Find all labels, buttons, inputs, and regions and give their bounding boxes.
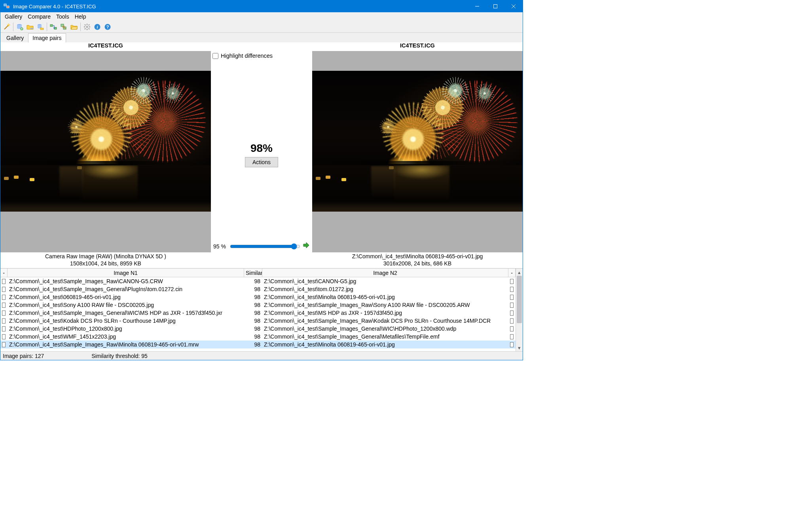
- db-folder-icon[interactable]: [36, 22, 45, 32]
- right-image-panel[interactable]: [312, 51, 523, 252]
- threshold-slider[interactable]: [230, 243, 300, 250]
- grid-scrollbar[interactable]: ▴ ▾: [516, 269, 523, 351]
- pairs-grid-area: - Image N1 Similarity Image N2 - Z:\Comm…: [0, 268, 523, 351]
- cell-similarity: 98: [244, 341, 262, 348]
- table-row[interactable]: Z:\Common\_ic4_test\060819-465-ori-v01.j…: [0, 293, 516, 301]
- scroll-track[interactable]: [516, 276, 523, 344]
- col-similarity[interactable]: Similarity: [244, 269, 262, 277]
- cell-similarity: 98: [244, 302, 262, 308]
- table-row[interactable]: Z:\Common\_ic4_test\Kodak DCS Pro SLRn -…: [0, 317, 516, 325]
- svg-point-7: [8, 24, 9, 26]
- menu-tools[interactable]: Tools: [53, 13, 72, 21]
- left-image[interactable]: [0, 71, 211, 212]
- gear-icon[interactable]: [82, 22, 92, 32]
- row-check-right[interactable]: [508, 287, 516, 292]
- svg-point-18: [86, 26, 88, 28]
- actions-button[interactable]: Actions: [245, 157, 278, 167]
- scroll-thumb[interactable]: [517, 276, 522, 323]
- scroll-up-icon[interactable]: ▴: [516, 269, 523, 276]
- cell-similarity: 98: [244, 294, 262, 300]
- info-icon[interactable]: i: [93, 22, 102, 32]
- col-mark-right[interactable]: -: [508, 269, 516, 277]
- row-check-right[interactable]: [508, 279, 516, 284]
- row-check-right[interactable]: [508, 334, 516, 339]
- row-check-right[interactable]: [508, 342, 516, 347]
- cell-image-n1: Z:\Common\_ic4_test\Sample_Images_Genera…: [8, 286, 244, 292]
- table-row[interactable]: Z:\Common\_ic4_test\Sample_Images_Raw\Mi…: [0, 341, 516, 348]
- svg-line-26: [89, 25, 89, 25]
- wand-icon[interactable]: [2, 22, 11, 32]
- toolbar: i ?: [0, 21, 523, 33]
- svg-line-24: [89, 28, 89, 29]
- col-image-n2[interactable]: Image N2: [262, 269, 508, 277]
- col-mark-left[interactable]: -: [0, 269, 8, 277]
- col-image-n1[interactable]: Image N1: [8, 269, 244, 277]
- row-check-left[interactable]: [0, 342, 8, 347]
- scroll-down-icon[interactable]: ▾: [516, 344, 523, 351]
- row-check-left[interactable]: [0, 303, 8, 308]
- window-title: Image Comparer 4.0 - IC4TEST.ICG: [13, 4, 468, 9]
- right-image[interactable]: [312, 71, 523, 212]
- highlight-differences-label: Highlight differences: [221, 53, 273, 59]
- apply-threshold-icon[interactable]: [303, 242, 310, 251]
- grid-header[interactable]: - Image N1 Similarity Image N2 -: [0, 269, 516, 277]
- app-window: Image Comparer 4.0 - IC4TEST.ICG Gallery…: [0, 0, 523, 360]
- table-row[interactable]: Z:\Common\_ic4_test\Sample_Images_Genera…: [0, 285, 516, 293]
- tab-image-pairs[interactable]: Image pairs: [28, 33, 66, 43]
- pairs-grid[interactable]: - Image N1 Similarity Image N2 - Z:\Comm…: [0, 269, 516, 351]
- cell-image-n1: Z:\Common\_ic4_test\060819-465-ori-v01.j…: [8, 294, 244, 300]
- tabstrip: Gallery Image pairs: [0, 33, 523, 42]
- row-check-left[interactable]: [0, 279, 8, 284]
- open-folder-icon[interactable]: [69, 22, 79, 32]
- table-row[interactable]: Z:\Common\_ic4_test\HDPhoto_1200x800.jpg…: [0, 325, 516, 333]
- compare-panel: IC4TEST.ICG IC4TEST.ICG: [0, 42, 523, 268]
- similarity-percent: 98%: [250, 142, 273, 155]
- row-check-right[interactable]: [508, 326, 516, 331]
- row-check-right[interactable]: [508, 318, 516, 324]
- menu-compare[interactable]: Compare: [25, 13, 53, 21]
- svg-text:?: ?: [106, 25, 109, 29]
- minimize-button[interactable]: [468, 0, 486, 12]
- table-row[interactable]: Z:\Common\_ic4_test\WMF_1451x2203.jpg98Z…: [0, 333, 516, 341]
- center-panel: Highlight differences 98% Actions 95 %: [211, 51, 312, 252]
- row-check-left[interactable]: [0, 334, 8, 339]
- row-check-right[interactable]: [508, 295, 516, 300]
- find-dupes-between-icon[interactable]: [49, 22, 58, 32]
- menu-gallery[interactable]: Gallery: [2, 13, 25, 21]
- find-dupes-within-icon[interactable]: [59, 22, 68, 32]
- svg-line-6: [4, 25, 8, 29]
- grid-body[interactable]: Z:\Common\_ic4_test\Sample_Images_Raw\CA…: [0, 277, 516, 351]
- row-check-left[interactable]: [0, 295, 8, 300]
- row-check-left[interactable]: [0, 318, 8, 324]
- left-image-panel[interactable]: [0, 51, 211, 252]
- table-row[interactable]: Z:\Common\_ic4_test\Sample_Images_Genera…: [0, 309, 516, 317]
- tab-gallery[interactable]: Gallery: [2, 33, 28, 42]
- cell-image-n2: Z:\Common\_ic4_test\Minolta 060819-465-o…: [262, 341, 508, 348]
- cell-image-n1: Z:\Common\_ic4_test\Sample_Images_Raw\CA…: [8, 278, 244, 284]
- row-check-left[interactable]: [0, 287, 8, 292]
- help-icon[interactable]: ?: [103, 22, 112, 32]
- db-add-icon[interactable]: [15, 22, 25, 32]
- menu-help[interactable]: Help: [72, 13, 89, 21]
- menubar: Gallery Compare Tools Help: [0, 12, 523, 21]
- table-row[interactable]: Z:\Common\_ic4_test\Sony A100 RAW file -…: [0, 301, 516, 309]
- cell-similarity: 98: [244, 333, 262, 340]
- row-check-right[interactable]: [508, 303, 516, 308]
- svg-point-10: [30, 28, 33, 29]
- row-check-right[interactable]: [508, 310, 516, 316]
- cell-image-n1: Z:\Common\_ic4_test\Sample_Images_Genera…: [8, 310, 244, 316]
- folder-db-icon[interactable]: [25, 22, 35, 32]
- highlight-differences-checkbox[interactable]: Highlight differences: [211, 53, 273, 59]
- status-pairs: Image pairs: 127: [3, 353, 44, 359]
- toolbar-separator: [13, 23, 13, 31]
- titlebar[interactable]: Image Comparer 4.0 - IC4TEST.ICG: [0, 0, 523, 12]
- close-button[interactable]: [504, 0, 523, 12]
- cell-image-n2: Z:\Common\_ic4_test\MS HDP as JXR - 1957…: [262, 310, 508, 316]
- table-row[interactable]: Z:\Common\_ic4_test\Sample_Images_Raw\CA…: [0, 277, 516, 285]
- row-check-left[interactable]: [0, 326, 8, 331]
- toolbar-separator: [47, 23, 47, 31]
- svg-line-23: [85, 25, 85, 25]
- maximize-button[interactable]: [486, 0, 504, 12]
- highlight-differences-input[interactable]: [212, 53, 218, 59]
- row-check-left[interactable]: [0, 310, 8, 316]
